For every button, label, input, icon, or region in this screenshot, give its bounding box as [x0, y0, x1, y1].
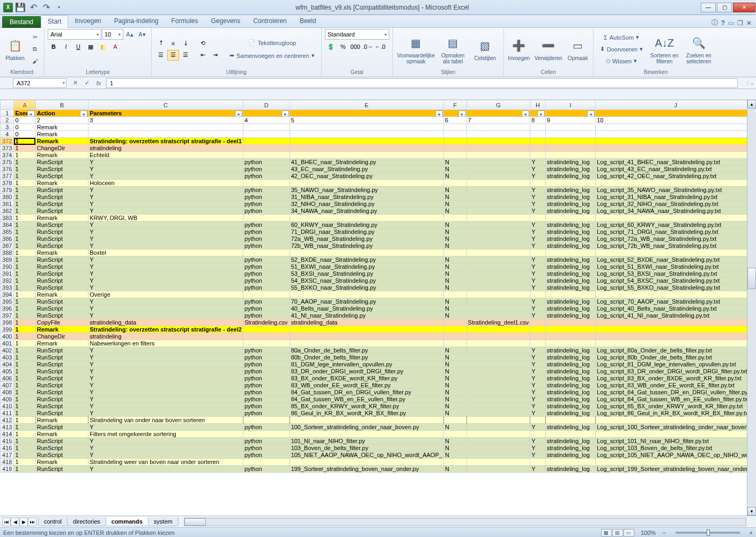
cell-1-I[interactable]: ▼ — [545, 110, 595, 117]
cell-391-A[interactable]: 1 — [14, 270, 35, 277]
cell-414-C[interactable]: Filters met omgekeerde sortering — [88, 431, 243, 438]
cell-384-A[interactable]: 1 — [14, 222, 35, 229]
row-header-389[interactable]: 389 — [1, 256, 14, 263]
cell-388-E[interactable] — [290, 249, 443, 256]
row-header-380[interactable]: 380 — [1, 194, 14, 201]
cell-400-I[interactable] — [545, 333, 595, 340]
cell-405-C[interactable]: Y — [88, 368, 243, 375]
cell-374-J[interactable] — [596, 152, 756, 159]
cell-375-D[interactable]: python — [243, 159, 290, 166]
cell-381-A[interactable]: 1 — [14, 201, 35, 208]
cell-374-E[interactable] — [290, 152, 443, 159]
cell-401-J[interactable] — [596, 340, 756, 347]
cell-415-B[interactable]: RunScript — [35, 438, 88, 445]
filter-H[interactable]: ▼ — [537, 111, 545, 117]
cell-391-I[interactable]: stratindeling_log — [545, 270, 595, 277]
cell-375-B[interactable]: RunScript — [35, 159, 88, 166]
cell-403-F[interactable]: N — [443, 354, 466, 361]
cell-406-B[interactable]: RunScript — [35, 375, 88, 382]
cell-414-D[interactable] — [243, 431, 290, 438]
row-header-386[interactable]: 386 — [1, 236, 14, 242]
cell-391-G[interactable] — [466, 270, 530, 277]
cell-3-E[interactable] — [290, 124, 443, 131]
row-header-372[interactable]: 372 — [1, 138, 14, 145]
scroll-down-button[interactable]: ▼ — [747, 507, 756, 516]
filter-I[interactable]: ▼ — [587, 111, 595, 117]
cell-395-D[interactable]: python — [243, 298, 290, 305]
cell-403-E[interactable]: 80b_Onder_de_belts_filter.py — [290, 354, 443, 361]
cell-413-A[interactable]: 1 — [14, 424, 35, 431]
cell-417-I[interactable]: stratindeling_log — [545, 452, 595, 459]
row-header-401[interactable]: 401 — [1, 340, 14, 347]
cell-409-D[interactable]: python — [243, 396, 290, 403]
clear-button[interactable]: ◇ Wissen ▾ — [597, 56, 646, 67]
cell-381-G[interactable] — [466, 201, 530, 208]
cell-414-G[interactable] — [466, 431, 530, 438]
cell-387-D[interactable]: python — [243, 242, 290, 249]
cell-1-A[interactable]: Execu▼ — [14, 110, 35, 117]
cell-400-E[interactable] — [290, 333, 443, 340]
fx-button[interactable]: fx — [93, 78, 104, 88]
cell-384-B[interactable]: RunScript — [35, 222, 88, 229]
cell-381-F[interactable]: N — [443, 201, 466, 208]
cell-391-E[interactable]: 53_BXSI_naar_Stratindeling.py — [290, 270, 443, 277]
cell-382-I[interactable]: stratindeling_log — [545, 208, 595, 215]
cell-384-C[interactable]: Y — [88, 222, 243, 229]
cell-415-E[interactable]: 101_NI_naar_NIHO_filter.py — [290, 438, 443, 445]
cell-403-C[interactable]: Y — [88, 354, 243, 361]
italic-button[interactable]: I — [60, 41, 72, 52]
cell-386-C[interactable]: Y — [88, 236, 243, 242]
cell-413-E[interactable]: 100_Sorteer_stratindeling_onder_naar_bov… — [290, 424, 443, 431]
cell-394-F[interactable] — [443, 291, 466, 298]
sheet-tab-control[interactable]: control — [38, 517, 68, 526]
cell-396-J[interactable]: Log_script_40_Belts_naar_Stratindeling.p… — [596, 305, 756, 312]
cell-401-A[interactable]: 1 — [14, 340, 35, 347]
font-size-combo[interactable]: 10▾ — [102, 29, 123, 40]
cell-398-G[interactable]: Stratindeling_deel1.csv — [466, 319, 530, 326]
cell-388-D[interactable] — [243, 249, 290, 256]
cell-386-H[interactable]: Y — [530, 236, 545, 242]
cell-380-H[interactable]: Y — [530, 194, 545, 201]
zoom-slider[interactable] — [676, 532, 740, 534]
cell-404-F[interactable]: N — [443, 361, 466, 368]
cell-417-H[interactable]: Y — [530, 452, 545, 459]
cell-378-B[interactable]: Remark — [35, 180, 88, 187]
cell-410-C[interactable]: Y — [88, 403, 243, 410]
cell-375-I[interactable]: stratindeling_log — [545, 159, 595, 166]
cell-413-F[interactable]: N — [443, 424, 466, 431]
cell-402-E[interactable]: 80a_Onder_de_belts_filter.py — [290, 347, 443, 354]
cell-398-C[interactable]: stratindeling_data — [88, 319, 243, 326]
cell-412-J[interactable] — [596, 417, 756, 424]
restore-window-icon[interactable]: ❐ — [737, 19, 743, 27]
cell-413-G[interactable] — [466, 424, 530, 431]
cell-407-B[interactable]: RunScript — [35, 382, 88, 389]
cell-378-J[interactable] — [596, 180, 756, 187]
cell-383-J[interactable] — [596, 215, 756, 222]
normal-view-button[interactable]: ▦ — [601, 529, 612, 536]
cut-button[interactable]: ✂ — [29, 32, 41, 43]
row-header-1[interactable]: 1 — [1, 110, 14, 117]
cell-2-G[interactable]: 7 — [466, 117, 530, 124]
row-header-411[interactable]: 411 — [1, 410, 14, 417]
cell-1-C[interactable]: Parameters▼ — [88, 110, 243, 117]
cell-384-F[interactable]: N — [443, 222, 466, 229]
cell-394-A[interactable]: 1 — [14, 291, 35, 298]
cell-381-C[interactable]: Y — [88, 201, 243, 208]
cell-390-I[interactable]: stratindeling_log — [545, 263, 595, 270]
cell-2-D[interactable]: 4 — [243, 117, 290, 124]
row-header-404[interactable]: 404 — [1, 361, 14, 368]
row-header-413[interactable]: 413 — [1, 424, 14, 431]
cell-388-G[interactable] — [466, 249, 530, 256]
find-select-button[interactable]: 🔍Zoeken en selecteren — [683, 32, 715, 67]
row-header-399[interactable]: 399 — [1, 326, 14, 333]
cell-375-J[interactable]: Log_script_41_BHEC_naar_Stratindeling.py… — [596, 159, 756, 166]
cell-408-I[interactable]: stratindeling_log — [545, 389, 595, 396]
cell-373-H[interactable] — [530, 145, 545, 152]
cell-375-E[interactable]: 41_BHEC_naar_Stratindeling.py — [290, 159, 443, 166]
cell-416-E[interactable]: 103_Boven_de_belts_filter.py — [290, 445, 443, 452]
cell-384-H[interactable]: Y — [530, 222, 545, 229]
cell-404-J[interactable]: Log_script_81_DGM_lege_intervallen_opvul… — [596, 361, 756, 368]
cell-377-G[interactable] — [466, 173, 530, 180]
cell-392-A[interactable]: 1 — [14, 277, 35, 284]
help-icon[interactable]: ? — [721, 19, 725, 27]
